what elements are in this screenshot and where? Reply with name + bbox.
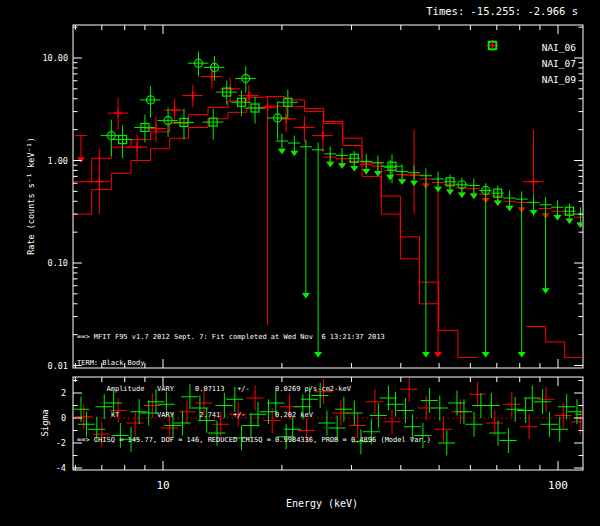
legend-label: NAI_07 bbox=[542, 58, 576, 69]
sigma-tick-label: 2 bbox=[26, 388, 66, 398]
y-tick-label: 0.01 bbox=[28, 361, 68, 371]
series-nai_06 bbox=[75, 65, 587, 358]
legend: NAI_06 NAI_07 NAI_09 bbox=[486, 39, 576, 87]
sigma-tick-label: -4 bbox=[26, 463, 66, 473]
fit-chisq-line: ==> CHISQ = 145.77, DOF = 146, REDUCED C… bbox=[77, 436, 431, 445]
x-tick-label: 100 bbox=[538, 479, 578, 492]
fit-amplitude-line: Amplitude VARY 0.07113 +/- 0.0269 p/s-cm… bbox=[77, 385, 431, 394]
main-panel-data bbox=[73, 52, 587, 358]
legend-item-nai07: NAI_07 bbox=[486, 55, 576, 71]
spectral-fit-window: Times: -15.255: -2.966 s NAI_06 NAI_07 N… bbox=[0, 0, 600, 526]
times-label: Times: -15.255: -2.966 s bbox=[426, 5, 578, 17]
x-axis-title: Energy (keV) bbox=[286, 498, 358, 509]
y-tick-label: 1.00 bbox=[28, 156, 68, 166]
legend-item-nai09: NAI_09 bbox=[486, 71, 576, 87]
fit-banner-line: ==> MFIT F95 v1.7 2012 Sept. 7: Fit comp… bbox=[77, 333, 431, 342]
sigma-tick-label: 0 bbox=[26, 413, 66, 423]
fit-kt-line: kT VARY 2.741 +/- 0.202 keV bbox=[77, 411, 431, 420]
fit-result-text: ==> MFIT F95 v1.7 2012 Sept. 7: Fit comp… bbox=[77, 316, 431, 462]
legend-label: NAI_09 bbox=[542, 74, 576, 85]
fit-term-line: TERM: Black Body bbox=[77, 359, 431, 368]
legend-label: NAI_06 bbox=[542, 42, 576, 53]
sigma-tick-label: -2 bbox=[26, 438, 66, 448]
black-body-model-c bbox=[526, 327, 584, 358]
x-tick-label: 10 bbox=[143, 479, 183, 492]
black-body-model-a bbox=[73, 97, 439, 304]
legend-item-nai06: NAI_06 bbox=[486, 39, 576, 55]
y-tick-label: 10.00 bbox=[28, 53, 68, 63]
series-nai_07 bbox=[101, 52, 587, 358]
square-icon bbox=[486, 39, 499, 52]
y-tick-label: 0.10 bbox=[28, 258, 68, 268]
